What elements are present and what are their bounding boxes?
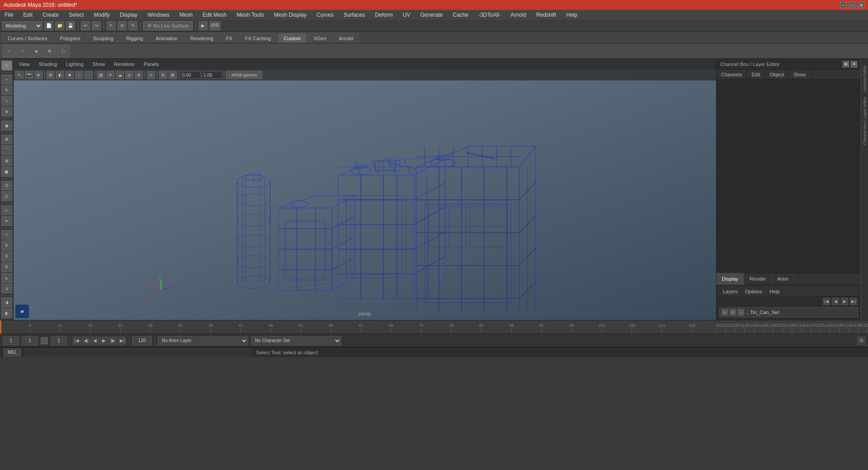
menu-arnold[interactable]: Arnold [509, 11, 528, 19]
misc-button-1[interactable]: ◑ [1, 297, 12, 307]
xform-button[interactable]: ⊹ [1, 230, 12, 240]
menu-modify[interactable]: Modify [92, 11, 111, 19]
layer-nav-prev[interactable]: ◀ [832, 298, 839, 305]
snap-curve-button[interactable]: ⌒ [1, 145, 12, 155]
shelf-tab-rendering[interactable]: Rendering [184, 33, 219, 43]
mode-selector[interactable]: Modeling Rigging Animation FX Rendering [2, 21, 42, 30]
menu-generate[interactable]: Generate [418, 11, 444, 19]
snap-point-button[interactable]: ⊠ [1, 156, 12, 166]
xform6-button[interactable]: ⊿ [1, 284, 12, 294]
ipr-button[interactable]: IPR [209, 21, 221, 30]
vp-menu-renderer[interactable]: Renderer [112, 61, 137, 68]
layers-tab-options[interactable]: Options [742, 288, 765, 295]
vp-grid-btn[interactable]: ⊟ [159, 71, 167, 79]
redo-button[interactable]: ↪ [92, 21, 101, 30]
vp-menu-panels[interactable]: Panels [142, 61, 161, 68]
shelf-tab-sculpting[interactable]: Sculpting [87, 33, 119, 43]
layers-tab-layers[interactable]: Layers [720, 288, 741, 295]
lasso-tool-button[interactable]: ⊙ [118, 21, 127, 30]
minimize-button[interactable]: ─ [840, 2, 846, 8]
vp-lights-btn[interactable]: ☀ [106, 71, 114, 79]
step-forward-button[interactable]: |▶ [109, 337, 117, 345]
undo-button[interactable]: ↩ [81, 21, 90, 30]
shelf-tab-animation[interactable]: Animation [150, 33, 184, 43]
vp-hud-btn[interactable]: ⊠ [169, 71, 177, 79]
shelf-icon-1[interactable]: ○ [3, 45, 15, 57]
shelf-tab-arnold[interactable]: Arnold [333, 33, 359, 43]
menu-help[interactable]: Help [564, 11, 579, 19]
xform2-button[interactable]: ⊻ [1, 240, 12, 250]
shelf-icon-2[interactable]: □ [16, 45, 29, 57]
shelf-tab-curves-surfaces[interactable]: Curves / Surfaces [2, 33, 53, 43]
rb-tab-display[interactable]: Display [717, 273, 744, 285]
mel-python-toggle[interactable]: MEL [4, 348, 21, 357]
anim-layer-selector[interactable]: No Anim Layer [158, 336, 248, 345]
shelf-tab-fx[interactable]: FX [220, 33, 238, 43]
menu-edit[interactable]: Edit [21, 11, 34, 19]
layer-nav-next[interactable]: ▶ [841, 298, 848, 305]
vp-menu-lighting[interactable]: Lighting [64, 61, 85, 68]
menu-windows[interactable]: Windows [146, 11, 171, 19]
select-mode-button[interactable]: ↖ [1, 61, 12, 70]
vp-smooth-btn[interactable]: ◐ [56, 71, 64, 79]
rb-tab-render[interactable]: Render [744, 273, 772, 285]
tab-edit[interactable]: Edit [747, 70, 765, 79]
history-button[interactable]: ⊡ [1, 181, 12, 191]
paint-tool-button[interactable]: ✎ [128, 21, 137, 30]
shelf-tab-xgen[interactable]: XGen [307, 33, 332, 43]
menu-surfaces[interactable]: Surfaces [342, 11, 367, 19]
vp-menu-view[interactable]: View [17, 61, 32, 68]
menu-deform[interactable]: Deform [373, 11, 394, 19]
vp-menu-shading[interactable]: Shading [37, 61, 59, 68]
auto-key-button[interactable] [41, 337, 48, 344]
shelf-tab-fx-caching[interactable]: FX Caching [239, 33, 277, 43]
start-frame-field[interactable] [3, 336, 19, 345]
layers-tab-help[interactable]: Help [767, 288, 783, 295]
vp-menu-show[interactable]: Show [91, 61, 107, 68]
viewport[interactable]: View Shading Lighting Show Renderer Pane… [14, 59, 716, 320]
snap-surface-button[interactable]: ▣ [1, 167, 12, 177]
vp-value1-field[interactable] [181, 71, 201, 79]
play-forward-button[interactable]: ▶ [100, 337, 108, 345]
layer-nav-last[interactable]: ▶| [850, 298, 857, 305]
render-button[interactable]: ▶ [198, 21, 208, 30]
menu-3dtoall[interactable]: -3DToAll- [476, 11, 502, 19]
channel-box-pin-button[interactable]: ⊕ [843, 61, 849, 67]
vp-camera-btn[interactable]: 📷 [25, 71, 33, 79]
shelf-tab-rigging[interactable]: Rigging [120, 33, 149, 43]
goto-end-button[interactable]: ▶| [118, 337, 126, 345]
vp-bounding-btn[interactable]: □ [75, 71, 83, 79]
menu-file[interactable]: File [3, 11, 15, 19]
shelf-tab-polygons[interactable]: Polygons [54, 33, 86, 43]
soft-select-button[interactable]: ◉ [1, 121, 12, 131]
shelf-icon-3[interactable]: ◈ [30, 45, 42, 57]
character-set-selector[interactable]: No Character Set [251, 336, 341, 345]
channel-box-close-button[interactable]: ✕ [851, 61, 857, 67]
menu-mesh-display[interactable]: Mesh Display [272, 11, 308, 19]
menu-redshift[interactable]: Redshift [534, 11, 558, 19]
ipr-view-button[interactable]: ⊳ [1, 216, 12, 226]
rotate-button[interactable]: ↻ [1, 85, 12, 95]
end-frame-field[interactable] [132, 336, 152, 345]
play-back-button[interactable]: ◀ [91, 337, 99, 345]
step-back-button[interactable]: ◀| [82, 337, 90, 345]
check-frame-field[interactable] [51, 336, 67, 345]
vp-value2-field[interactable] [202, 71, 222, 79]
attribute-editor-tab[interactable]: Attribute Editor Channel Box / Layer Edi… [861, 59, 868, 320]
xform3-button[interactable]: ⊼ [1, 251, 12, 261]
universal-manip-button[interactable]: ⊕ [1, 107, 12, 117]
current-frame-field[interactable] [22, 336, 38, 345]
shelf-icon-5[interactable]: ⬡ [57, 45, 70, 57]
menu-display[interactable]: Display [118, 11, 139, 19]
layer-row[interactable]: V P / ...Tin_Can_Set [719, 307, 858, 317]
restore-button[interactable]: □ [849, 2, 855, 8]
translate-button[interactable]: ↔ [1, 75, 12, 85]
layer-nav-first[interactable]: |◀ [823, 298, 830, 305]
shelf-icon-4[interactable]: ⊕ [43, 45, 56, 57]
vp-points-btn[interactable]: · [85, 71, 93, 79]
render-view-button[interactable]: ▷ [1, 205, 12, 215]
vp-wireframe-btn[interactable]: ⊞ [47, 71, 55, 79]
misc-button-2[interactable]: ◐ [1, 308, 12, 318]
tab-object[interactable]: Object [765, 70, 789, 79]
layer-type-button[interactable]: / [738, 309, 744, 315]
